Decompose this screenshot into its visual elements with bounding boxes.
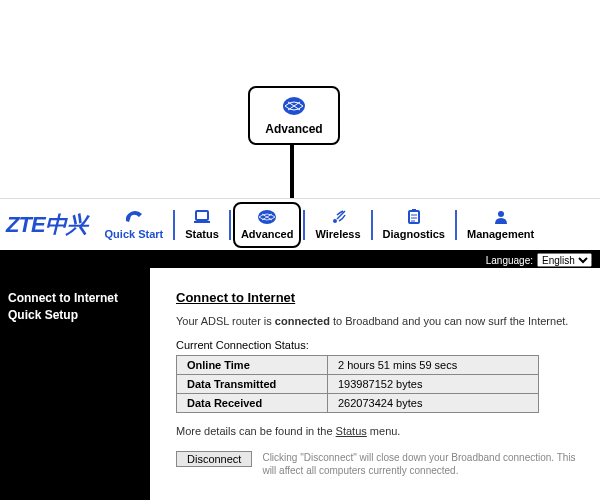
- sidebar-item-quick-setup[interactable]: Quick Setup: [8, 307, 142, 324]
- nav-diagnostics[interactable]: Diagnostics: [375, 202, 453, 248]
- row-label: Data Transmitted: [177, 375, 328, 394]
- row-label: Data Received: [177, 394, 328, 413]
- nav-label: Quick Start: [105, 228, 164, 240]
- svg-rect-1: [196, 211, 208, 220]
- laptop-icon: [191, 209, 213, 227]
- language-bar: Language: English: [0, 252, 600, 268]
- main-content: Connect to Internet Your ADSL router is …: [150, 268, 600, 500]
- language-select[interactable]: English: [537, 253, 592, 267]
- callout-label: Advanced: [265, 122, 322, 136]
- nav-advanced[interactable]: Advanced: [233, 202, 302, 248]
- disconnect-row: Disconnect Clicking "Disconnect" will cl…: [176, 451, 586, 477]
- sidebar-item-connect[interactable]: Connect to Internet: [8, 290, 142, 307]
- more-details-note: More details can be found in the Status …: [176, 425, 586, 437]
- nav-separator: [371, 210, 373, 240]
- top-navigation: ZTE中兴 Quick Start Status Advanced Wirele…: [0, 198, 600, 250]
- language-label: Language:: [486, 255, 533, 266]
- advanced-icon: [281, 95, 307, 121]
- nav-label: Diagnostics: [383, 228, 445, 240]
- nav-quick-start[interactable]: Quick Start: [97, 202, 172, 248]
- nav-label: Advanced: [241, 228, 294, 240]
- nav-separator: [173, 210, 175, 240]
- svg-point-4: [333, 219, 337, 223]
- intro-suffix: to Broadband and you can now surf the In…: [330, 315, 569, 327]
- advanced-icon: [256, 209, 278, 227]
- nav-label: Wireless: [315, 228, 360, 240]
- intro-prefix: Your ADSL router is: [176, 315, 275, 327]
- svg-point-7: [498, 211, 504, 217]
- note-prefix: More details can be found in the: [176, 425, 336, 437]
- nav-separator: [303, 210, 305, 240]
- connection-status-table: Online Time 2 hours 51 mins 59 secs Data…: [176, 355, 539, 413]
- wireless-icon: [327, 209, 349, 227]
- brand-logo: ZTE中兴: [6, 210, 87, 240]
- row-value: 2 hours 51 mins 59 secs: [328, 356, 539, 375]
- intro-text: Your ADSL router is connected to Broadba…: [176, 315, 586, 327]
- nav-separator: [229, 210, 231, 240]
- intro-status-word: connected: [275, 315, 330, 327]
- disconnect-button[interactable]: Disconnect: [176, 451, 252, 467]
- table-row: Data Transmitted 193987152 bytes: [177, 375, 539, 394]
- nav-label: Status: [185, 228, 219, 240]
- svg-rect-6: [412, 209, 416, 212]
- table-row: Online Time 2 hours 51 mins 59 secs: [177, 356, 539, 375]
- user-icon: [490, 209, 512, 227]
- row-label: Online Time: [177, 356, 328, 375]
- page-title: Connect to Internet: [176, 290, 586, 305]
- status-heading: Current Connection Status:: [176, 339, 586, 351]
- note-suffix: menu.: [367, 425, 401, 437]
- nav-items-container: Quick Start Status Advanced Wireless Dia…: [97, 199, 600, 250]
- nav-separator: [455, 210, 457, 240]
- sidebar: Connect to Internet Quick Setup: [0, 268, 150, 500]
- clipboard-icon: [403, 209, 425, 227]
- phone-icon: [123, 209, 145, 227]
- row-value: 193987152 bytes: [328, 375, 539, 394]
- nav-management[interactable]: Management: [459, 202, 542, 248]
- row-value: 262073424 bytes: [328, 394, 539, 413]
- status-menu-link[interactable]: Status: [336, 425, 367, 437]
- nav-wireless[interactable]: Wireless: [307, 202, 368, 248]
- disconnect-hint: Clicking "Disconnect" will close down yo…: [262, 451, 586, 477]
- table-row: Data Received 262073424 bytes: [177, 394, 539, 413]
- nav-status[interactable]: Status: [177, 202, 227, 248]
- svg-rect-2: [194, 221, 210, 223]
- callout-advanced: Advanced: [248, 86, 340, 145]
- nav-label: Management: [467, 228, 534, 240]
